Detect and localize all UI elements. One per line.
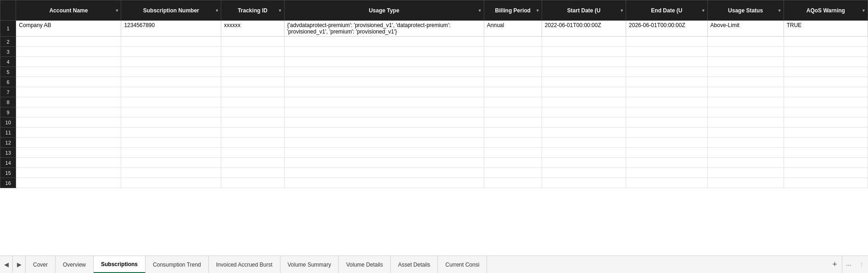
- tab-overview[interactable]: Overview: [56, 256, 94, 273]
- empty-cell-4-7[interactable]: [707, 57, 784, 67]
- empty-cell-5-8[interactable]: [784, 67, 868, 77]
- empty-cell-13-5[interactable]: [542, 148, 626, 158]
- empty-cell-12-6[interactable]: [626, 138, 708, 148]
- empty-cell-10-1[interactable]: [121, 117, 221, 128]
- empty-cell-5-3[interactable]: [284, 67, 484, 77]
- empty-cell-13-7[interactable]: [707, 148, 784, 158]
- empty-cell-16-7[interactable]: [707, 178, 784, 188]
- empty-cell-6-4[interactable]: [484, 77, 542, 87]
- empty-cell-7-7[interactable]: [707, 87, 784, 97]
- empty-cell-9-6[interactable]: [626, 107, 708, 117]
- cell-1-I[interactable]: TRUE: [784, 21, 868, 37]
- empty-cell-7-3[interactable]: [284, 87, 484, 97]
- empty-cell-4-4[interactable]: [484, 57, 542, 67]
- empty-cell-3-8[interactable]: [784, 47, 868, 57]
- empty-cell-5-4[interactable]: [484, 67, 542, 77]
- empty-cell-15-0[interactable]: [16, 168, 121, 178]
- empty-cell-7-5[interactable]: [542, 87, 626, 97]
- col-H-filter-icon[interactable]: ▼: [778, 8, 782, 13]
- empty-cell-3-7[interactable]: [707, 47, 784, 57]
- empty-cell-6-8[interactable]: [784, 77, 868, 87]
- col-header-H[interactable]: Usage Status ▼: [707, 0, 784, 21]
- empty-cell-14-8[interactable]: [784, 158, 868, 168]
- empty-cell-9-5[interactable]: [542, 107, 626, 117]
- empty-cell-4-8[interactable]: [784, 57, 868, 67]
- empty-cell-3-0[interactable]: [16, 47, 121, 57]
- empty-cell-4-5[interactable]: [542, 57, 626, 67]
- empty-cell-8-7[interactable]: [707, 97, 784, 107]
- empty-cell-11-8[interactable]: [784, 128, 868, 138]
- empty-cell-11-1[interactable]: [121, 128, 221, 138]
- tab-cover[interactable]: Cover: [26, 256, 56, 273]
- empty-cell-8-0[interactable]: [16, 97, 121, 107]
- empty-cell-16-5[interactable]: [542, 178, 626, 188]
- empty-cell-16-8[interactable]: [784, 178, 868, 188]
- empty-cell-12-5[interactable]: [542, 138, 626, 148]
- cell-1-E[interactable]: Annual: [484, 21, 542, 37]
- empty-cell-13-0[interactable]: [16, 148, 121, 158]
- col-F-filter-icon[interactable]: ▼: [620, 8, 624, 13]
- empty-cell-3-5[interactable]: [542, 47, 626, 57]
- empty-cell-10-4[interactable]: [484, 117, 542, 128]
- empty-cell-13-2[interactable]: [221, 148, 284, 158]
- tab-current-consi[interactable]: Current Consi: [438, 256, 487, 273]
- cell-1-F[interactable]: 2022-06-01T00:00:00Z: [542, 21, 626, 37]
- empty-cell-3-6[interactable]: [626, 47, 708, 57]
- empty-cell-11-5[interactable]: [542, 128, 626, 138]
- empty-cell-9-4[interactable]: [484, 107, 542, 117]
- tab-invoiced-accrued-burst[interactable]: Invoiced Accrued Burst: [209, 256, 280, 273]
- empty-cell-10-5[interactable]: [542, 117, 626, 128]
- empty-cell-10-0[interactable]: [16, 117, 121, 128]
- empty-cell-10-2[interactable]: [221, 117, 284, 128]
- empty-cell-2-3[interactable]: [284, 37, 484, 47]
- empty-cell-2-8[interactable]: [784, 37, 868, 47]
- empty-cell-15-4[interactable]: [484, 168, 542, 178]
- empty-cell-16-3[interactable]: [284, 178, 484, 188]
- col-G-filter-icon[interactable]: ▼: [701, 8, 706, 13]
- empty-cell-9-1[interactable]: [121, 107, 221, 117]
- empty-cell-9-3[interactable]: [284, 107, 484, 117]
- empty-cell-7-0[interactable]: [16, 87, 121, 97]
- empty-cell-3-4[interactable]: [484, 47, 542, 57]
- col-B-filter-icon[interactable]: ▼: [215, 8, 219, 13]
- col-header-A[interactable]: Account Name ▼: [16, 0, 121, 21]
- empty-cell-8-8[interactable]: [784, 97, 868, 107]
- empty-cell-2-6[interactable]: [626, 37, 708, 47]
- empty-cell-5-0[interactable]: [16, 67, 121, 77]
- empty-cell-15-1[interactable]: [121, 168, 221, 178]
- empty-cell-15-5[interactable]: [542, 168, 626, 178]
- empty-cell-15-6[interactable]: [626, 168, 708, 178]
- empty-cell-6-7[interactable]: [707, 77, 784, 87]
- tab-next-button[interactable]: ▶: [13, 256, 26, 273]
- tab-asset-details[interactable]: Asset Details: [391, 256, 438, 273]
- empty-cell-5-1[interactable]: [121, 67, 221, 77]
- empty-cell-2-2[interactable]: [221, 37, 284, 47]
- col-I-filter-icon[interactable]: ▼: [862, 8, 866, 13]
- empty-cell-5-6[interactable]: [626, 67, 708, 77]
- empty-cell-4-0[interactable]: [16, 57, 121, 67]
- empty-cell-16-6[interactable]: [626, 178, 708, 188]
- empty-cell-6-0[interactable]: [16, 77, 121, 87]
- tab-add-button[interactable]: +: [828, 256, 842, 273]
- empty-cell-10-6[interactable]: [626, 117, 708, 128]
- empty-cell-8-5[interactable]: [542, 97, 626, 107]
- tab-subscriptions[interactable]: Subscriptions: [94, 256, 146, 273]
- empty-cell-2-1[interactable]: [121, 37, 221, 47]
- empty-cell-12-8[interactable]: [784, 138, 868, 148]
- empty-cell-14-3[interactable]: [284, 158, 484, 168]
- empty-cell-7-1[interactable]: [121, 87, 221, 97]
- empty-cell-15-2[interactable]: [221, 168, 284, 178]
- empty-cell-14-6[interactable]: [626, 158, 708, 168]
- empty-cell-11-7[interactable]: [707, 128, 784, 138]
- empty-cell-6-1[interactable]: [121, 77, 221, 87]
- tab-volume-summary[interactable]: Volume Summary: [280, 256, 339, 273]
- empty-cell-6-3[interactable]: [284, 77, 484, 87]
- empty-cell-12-1[interactable]: [121, 138, 221, 148]
- empty-cell-14-5[interactable]: [542, 158, 626, 168]
- empty-cell-13-8[interactable]: [784, 148, 868, 158]
- empty-cell-11-6[interactable]: [626, 128, 708, 138]
- empty-cell-12-3[interactable]: [284, 138, 484, 148]
- empty-cell-3-3[interactable]: [284, 47, 484, 57]
- cell-1-H[interactable]: Above-Limit: [707, 21, 784, 37]
- empty-cell-12-7[interactable]: [707, 138, 784, 148]
